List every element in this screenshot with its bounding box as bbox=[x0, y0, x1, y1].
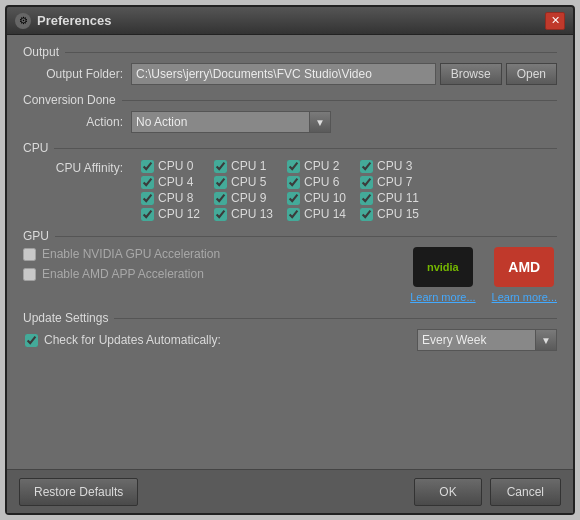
cpu-row-1: CPU 4 CPU 5 CPU 6 CPU 7 bbox=[141, 175, 425, 189]
window-title: Preferences bbox=[37, 13, 545, 28]
amd-logo-block: AMD Learn more... bbox=[492, 247, 557, 303]
nvidia-checkbox[interactable] bbox=[23, 248, 36, 261]
gpu-section: GPU Enable NVIDIA GPU Acceleration Enabl… bbox=[23, 229, 557, 303]
list-item[interactable]: CPU 5 bbox=[214, 175, 279, 189]
cpu-checkbox-2[interactable] bbox=[287, 160, 300, 173]
auto-update-label: Check for Updates Automatically: bbox=[44, 333, 417, 347]
title-bar: ⚙ Preferences ✕ bbox=[7, 7, 573, 35]
cpu-checkbox-13[interactable] bbox=[214, 208, 227, 221]
list-item[interactable]: CPU 1 bbox=[214, 159, 279, 173]
cpu-section-title: CPU bbox=[23, 141, 48, 155]
cpu-affinity-label: CPU Affinity: bbox=[33, 161, 123, 175]
list-item[interactable]: CPU 8 bbox=[141, 191, 206, 205]
nvidia-learn-more[interactable]: Learn more... bbox=[410, 291, 475, 303]
conversion-section: Conversion Done Action: No Action Shutdo… bbox=[23, 93, 557, 133]
list-item[interactable]: CPU 9 bbox=[214, 191, 279, 205]
list-item[interactable]: CPU 15 bbox=[360, 207, 425, 221]
cpu-checkbox-9[interactable] bbox=[214, 192, 227, 205]
action-label: Action: bbox=[33, 115, 123, 129]
update-section-title: Update Settings bbox=[23, 311, 108, 325]
list-item[interactable]: CPU 4 bbox=[141, 175, 206, 189]
list-item[interactable]: CPU 11 bbox=[360, 191, 425, 205]
list-item[interactable]: CPU 10 bbox=[287, 191, 352, 205]
cpu-checkbox-8[interactable] bbox=[141, 192, 154, 205]
output-section-title: Output bbox=[23, 45, 59, 59]
gpu-logos: nvidia Learn more... AMD Learn more... bbox=[410, 247, 557, 303]
bottom-bar: Restore Defaults OK Cancel bbox=[7, 469, 573, 513]
output-folder-label: Output Folder: bbox=[33, 67, 123, 81]
nvidia-logo-block: nvidia Learn more... bbox=[410, 247, 475, 303]
ok-button[interactable]: OK bbox=[414, 478, 481, 506]
nvidia-enable-item[interactable]: Enable NVIDIA GPU Acceleration bbox=[23, 247, 390, 261]
update-row: Check for Updates Automatically: Every D… bbox=[23, 329, 557, 351]
preferences-window: ⚙ Preferences ✕ Output Output Folder: Br… bbox=[5, 5, 575, 515]
window-icon: ⚙ bbox=[15, 13, 31, 29]
list-item[interactable]: CPU 6 bbox=[287, 175, 352, 189]
cpu-row-2: CPU 8 CPU 9 CPU 10 CPU 11 bbox=[141, 191, 425, 205]
cpu-checkbox-14[interactable] bbox=[287, 208, 300, 221]
amd-enable-item[interactable]: Enable AMD APP Acceleration bbox=[23, 267, 390, 281]
update-frequency-wrap: Every Day Every Week Every Month Never ▼ bbox=[417, 329, 557, 351]
action-select-arrow: ▼ bbox=[309, 111, 331, 133]
cpu-grid: CPU 0 CPU 1 CPU 2 CPU 3 CPU 4 CPU 5 CPU … bbox=[131, 159, 425, 221]
list-item[interactable]: CPU 13 bbox=[214, 207, 279, 221]
output-folder-row: Output Folder: Browse Open bbox=[23, 63, 557, 85]
nvidia-logo: nvidia bbox=[413, 247, 473, 287]
cpu-checkbox-10[interactable] bbox=[287, 192, 300, 205]
amd-enable-label: Enable AMD APP Acceleration bbox=[42, 267, 204, 281]
action-row: Action: No Action Shutdown Hibernate Sta… bbox=[23, 111, 557, 133]
conversion-section-title: Conversion Done bbox=[23, 93, 116, 107]
list-item[interactable]: CPU 7 bbox=[360, 175, 425, 189]
output-folder-input[interactable] bbox=[131, 63, 436, 85]
amd-learn-more[interactable]: Learn more... bbox=[492, 291, 557, 303]
cpu-checkbox-5[interactable] bbox=[214, 176, 227, 189]
auto-update-checkbox[interactable] bbox=[25, 334, 38, 347]
list-item[interactable]: CPU 12 bbox=[141, 207, 206, 221]
cancel-button[interactable]: Cancel bbox=[490, 478, 561, 506]
list-item[interactable]: CPU 3 bbox=[360, 159, 425, 173]
browse-button[interactable]: Browse bbox=[440, 63, 502, 85]
gpu-content: Enable NVIDIA GPU Acceleration Enable AM… bbox=[23, 247, 557, 303]
gpu-section-title: GPU bbox=[23, 229, 49, 243]
amd-checkbox[interactable] bbox=[23, 268, 36, 281]
cpu-checkbox-7[interactable] bbox=[360, 176, 373, 189]
cpu-checkbox-6[interactable] bbox=[287, 176, 300, 189]
action-select-wrap: No Action Shutdown Hibernate Standby ▼ bbox=[131, 111, 331, 133]
cpu-affinity-row: CPU Affinity: CPU 0 CPU 1 CPU 2 CPU 3 CP… bbox=[23, 159, 557, 221]
update-select-arrow: ▼ bbox=[535, 329, 557, 351]
close-button[interactable]: ✕ bbox=[545, 12, 565, 30]
list-item[interactable]: CPU 14 bbox=[287, 207, 352, 221]
gpu-options: Enable NVIDIA GPU Acceleration Enable AM… bbox=[23, 247, 390, 303]
cpu-section: CPU CPU Affinity: CPU 0 CPU 1 CPU 2 CPU … bbox=[23, 141, 557, 221]
cpu-checkbox-11[interactable] bbox=[360, 192, 373, 205]
open-button[interactable]: Open bbox=[506, 63, 557, 85]
list-item[interactable]: CPU 0 bbox=[141, 159, 206, 173]
cpu-checkbox-4[interactable] bbox=[141, 176, 154, 189]
cpu-checkbox-12[interactable] bbox=[141, 208, 154, 221]
restore-defaults-button[interactable]: Restore Defaults bbox=[19, 478, 138, 506]
cpu-checkbox-3[interactable] bbox=[360, 160, 373, 173]
cpu-row-3: CPU 12 CPU 13 CPU 14 CPU 15 bbox=[141, 207, 425, 221]
cpu-row-0: CPU 0 CPU 1 CPU 2 CPU 3 bbox=[141, 159, 425, 173]
update-section: Update Settings Check for Updates Automa… bbox=[23, 311, 557, 351]
output-section: Output Output Folder: Browse Open bbox=[23, 45, 557, 85]
content-area: Output Output Folder: Browse Open Conver… bbox=[7, 35, 573, 469]
list-item[interactable]: CPU 2 bbox=[287, 159, 352, 173]
amd-logo: AMD bbox=[494, 247, 554, 287]
cpu-checkbox-1[interactable] bbox=[214, 160, 227, 173]
cpu-checkbox-0[interactable] bbox=[141, 160, 154, 173]
action-select[interactable]: No Action Shutdown Hibernate Standby bbox=[131, 111, 331, 133]
nvidia-enable-label: Enable NVIDIA GPU Acceleration bbox=[42, 247, 220, 261]
cpu-checkbox-15[interactable] bbox=[360, 208, 373, 221]
